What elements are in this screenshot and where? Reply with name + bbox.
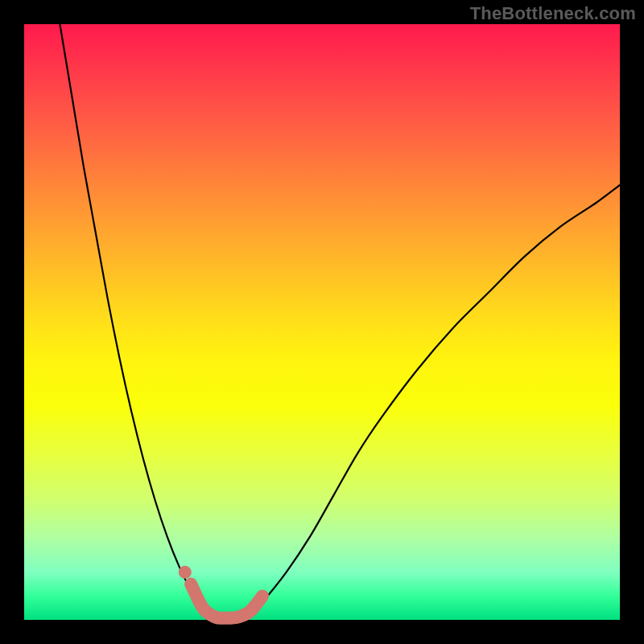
- watermark-text: TheBottleneck.com: [470, 3, 636, 24]
- chart-svg: [24, 24, 620, 620]
- curve-left-branch: [60, 24, 208, 614]
- marker-left-dot: [179, 566, 192, 579]
- curve-right-branch: [250, 185, 620, 614]
- marker-optimal-band: [191, 584, 262, 618]
- bottleneck-chart: [24, 24, 620, 620]
